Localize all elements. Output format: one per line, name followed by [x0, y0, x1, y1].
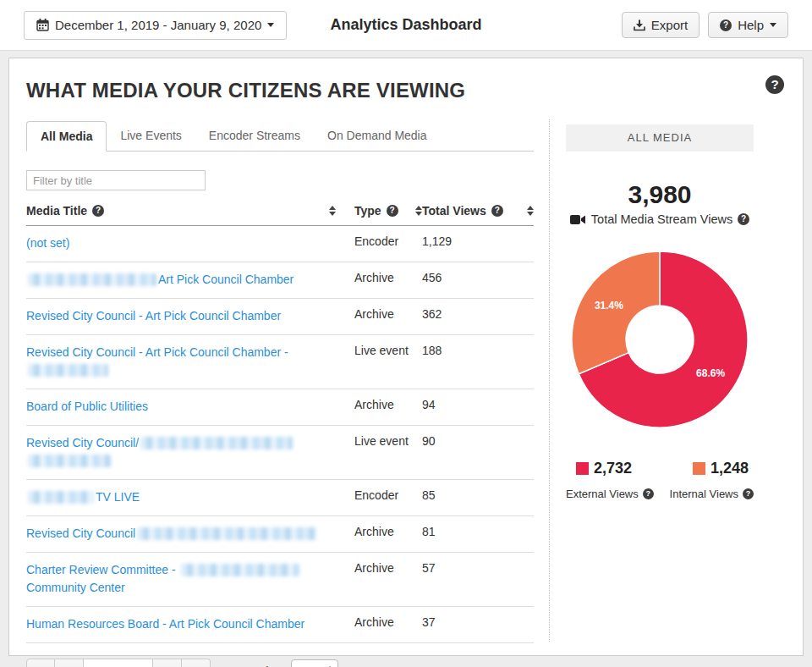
total-views-cell: 94	[422, 389, 534, 426]
media-type-cell: Archive	[354, 516, 422, 553]
internal-views-value: 1,248	[710, 460, 749, 477]
total-views-cell: 362	[422, 299, 534, 335]
sort-icon[interactable]	[527, 206, 534, 216]
media-title-link[interactable]: Revised City Council - Art Pick Council …	[26, 309, 281, 322]
media-title-link[interactable]: Revised City Council/	[26, 436, 139, 449]
help-label: Help	[738, 18, 764, 32]
chevron-down-icon	[770, 23, 776, 27]
table-row: Art Pick Council ChamberArchive456	[26, 262, 534, 299]
total-views-cell: 1,129	[422, 226, 534, 262]
column-total-views: Total Views	[422, 204, 486, 218]
column-type: Type	[354, 204, 381, 218]
page-range-label: 1 to 10	[84, 659, 153, 667]
media-type-cell: Archive	[354, 262, 422, 299]
media-title-link[interactable]: Art Pick Council Chamber	[158, 273, 294, 286]
export-button[interactable]: Export	[622, 12, 700, 38]
download-icon	[634, 19, 645, 31]
export-label: Export	[651, 18, 688, 32]
table-row: TV LIVEEncoder85	[26, 480, 534, 516]
total-views-cell: 81	[422, 516, 534, 553]
tabs: All MediaLive EventsEncoder StreamsOn De…	[26, 121, 534, 152]
total-views-cell: 57	[422, 553, 534, 607]
tab-encoder-streams[interactable]: Encoder Streams	[195, 121, 314, 152]
prev-page-button[interactable]: <	[55, 659, 84, 667]
question-circle-icon[interactable]: ?	[387, 205, 398, 217]
media-title-link[interactable]: Revised City Council - Art Pick Council …	[26, 345, 288, 359]
internal-views-label: Internal Views	[670, 488, 738, 500]
slice-percent-label: 31.4%	[595, 300, 623, 311]
tab-all-media[interactable]: All Media	[26, 121, 107, 152]
redacted-text	[137, 527, 316, 540]
table-header-row: Media Title ? Type ?	[26, 197, 534, 226]
chart-legend: 2,732 1,248	[566, 460, 754, 477]
media-title-link[interactable]: Charter Review Committee -	[26, 563, 179, 576]
pagination: « < 1 to 10 > » Show 10 per page	[26, 659, 534, 667]
summary-section: ALL MEDIA 3,980 Total Media Stream Views…	[549, 58, 803, 655]
total-views-label: Total Media Stream Views	[591, 212, 732, 226]
total-views-cell: 37	[422, 607, 534, 643]
sort-icon[interactable]	[329, 206, 336, 216]
media-title-link[interactable]: Revised City Council	[26, 526, 135, 540]
table-row: Revised City Council - Art Pick Council …	[26, 299, 534, 335]
table-row: Revised City Council/Live event90	[26, 426, 534, 480]
next-page-button[interactable]: >	[153, 659, 182, 667]
media-type-cell: Encoder	[354, 226, 422, 262]
redacted-text	[28, 273, 156, 286]
table-row: (not set)Encoder1,129	[26, 226, 534, 262]
table-row: Human Resources Board - Art Pick Council…	[26, 607, 534, 643]
summary-header: ALL MEDIA	[566, 124, 754, 152]
column-media-title: Media Title	[26, 204, 87, 218]
media-title-link[interactable]: TV LIVE	[96, 490, 140, 504]
external-swatch	[576, 462, 589, 475]
external-views-legend: 2,732	[576, 460, 632, 477]
question-circle-icon[interactable]: ?	[643, 488, 654, 499]
filter-input[interactable]	[26, 170, 206, 190]
media-table-body: (not set)Encoder1,129Art Pick Council Ch…	[26, 226, 534, 643]
table-row: Board of Public UtilitiesArchive94	[26, 389, 534, 426]
question-circle-icon[interactable]: ?	[743, 488, 754, 499]
redacted-text	[140, 437, 293, 449]
media-title-link[interactable]: Community Center	[26, 581, 125, 594]
media-title-link[interactable]: (not set)	[26, 236, 69, 250]
media-title-link[interactable]: Board of Public Utilities	[26, 400, 148, 413]
total-views-cell: 85	[422, 480, 534, 516]
last-page-button[interactable]: »	[182, 659, 211, 667]
question-circle-icon[interactable]: ?	[491, 205, 503, 217]
media-type-cell: Archive	[354, 553, 422, 607]
page-background: ? WHAT MEDIA YOUR CITIZENS ARE VIEWING A…	[0, 51, 812, 667]
question-circle-icon[interactable]: ?	[92, 205, 104, 217]
media-type-cell: Archive	[354, 299, 422, 335]
calendar-icon	[36, 19, 49, 31]
table-row: Revised City Council - Art Pick Council …	[26, 335, 534, 389]
media-table: Media Title ? Type ?	[26, 197, 534, 643]
redacted-text	[28, 491, 94, 504]
top-bar: December 1, 2019 - January 9, 2020 Analy…	[0, 0, 812, 51]
slice-percent-label: 68.6%	[696, 367, 725, 379]
date-range-picker[interactable]: December 1, 2019 - January 9, 2020	[24, 11, 287, 40]
table-row: Charter Review Committee - Community Cen…	[26, 553, 534, 607]
chevron-down-icon	[267, 23, 274, 27]
total-views-value: 3,980	[566, 180, 754, 209]
media-type-cell: Live event	[354, 335, 422, 389]
section-heading: WHAT MEDIA YOUR CITIZENS ARE VIEWING	[26, 79, 534, 102]
external-views-label: External Views	[566, 488, 639, 500]
media-title-link[interactable]: Human Resources Board - Art Pick Council…	[26, 617, 304, 631]
redacted-text	[181, 564, 299, 576]
first-page-button[interactable]: «	[26, 659, 55, 667]
donut-slice-internal-views[interactable]	[572, 251, 660, 374]
internal-views-legend: 1,248	[693, 460, 749, 477]
question-circle-icon[interactable]: ?	[738, 213, 749, 225]
media-type-cell: Archive	[354, 389, 422, 426]
table-row: Revised City CouncilArchive81	[26, 516, 534, 553]
redacted-text	[28, 455, 111, 467]
tab-live-events[interactable]: Live Events	[107, 121, 195, 152]
media-type-cell: Encoder	[354, 480, 422, 516]
tab-on-demand-media[interactable]: On Demand Media	[314, 121, 441, 152]
external-views-value: 2,732	[594, 460, 632, 477]
media-list-section: WHAT MEDIA YOUR CITIZENS ARE VIEWING All…	[9, 58, 549, 655]
help-button[interactable]: ? Help	[708, 12, 788, 38]
date-range-label: December 1, 2019 - January 9, 2020	[55, 18, 261, 32]
page-size-select[interactable]: 10	[291, 659, 338, 667]
total-views-cell: 456	[422, 262, 534, 299]
sort-icon[interactable]	[415, 206, 422, 216]
